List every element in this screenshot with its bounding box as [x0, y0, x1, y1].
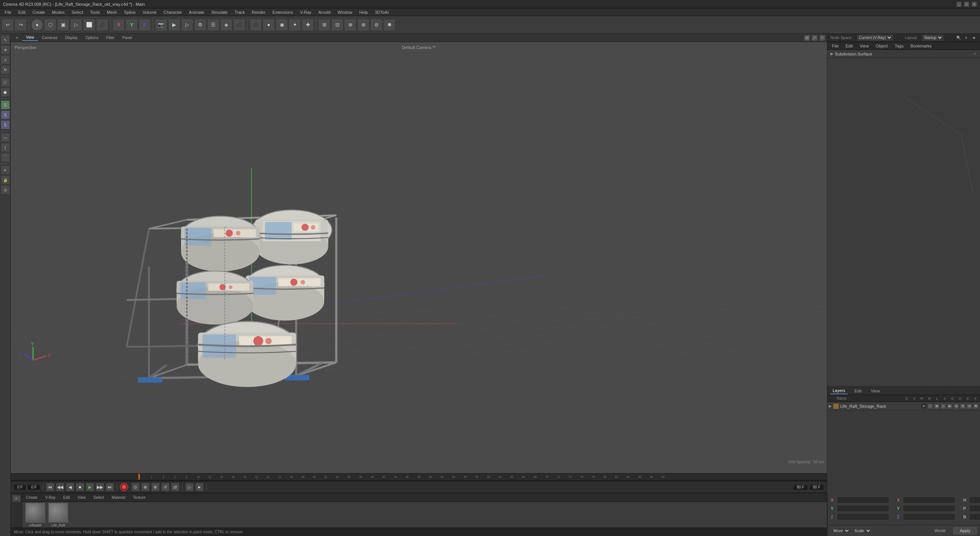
toolbar-model-btn[interactable]: ●: [31, 19, 43, 31]
toolbar-extra-btn[interactable]: ⬛: [96, 19, 108, 31]
toolbar-add-btn[interactable]: ✚: [302, 19, 314, 31]
apply-button[interactable]: Apply: [953, 527, 977, 534]
layers-tab-edit[interactable]: Edit: [852, 388, 864, 394]
timeline-ruler[interactable]: 0 2 4 6 8 10 12 14: [11, 473, 827, 481]
menu-help[interactable]: Help: [356, 8, 371, 16]
menu-file[interactable]: File: [2, 8, 15, 16]
transport-motion[interactable]: ⊗: [151, 483, 160, 491]
title-bar-controls[interactable]: _ □ ×: [956, 2, 977, 7]
tool-mograph[interactable]: |: [1, 143, 10, 152]
transport-go-end[interactable]: ⏭: [106, 483, 114, 491]
coord-z-input[interactable]: [837, 513, 889, 520]
toolbar-sphere-btn[interactable]: ●: [263, 19, 275, 31]
toolbar-cube-btn[interactable]: ⬛: [250, 19, 262, 31]
coord-rx-input[interactable]: [903, 497, 956, 503]
toolbar-mesh-btn[interactable]: ⬡: [44, 19, 56, 31]
subdiv-check[interactable]: ✓: [973, 51, 977, 56]
menu-window[interactable]: Window: [334, 8, 355, 16]
move-select[interactable]: Move: [831, 527, 850, 534]
toolbar-anim-btn[interactable]: ▷: [70, 19, 82, 31]
coord-p-input[interactable]: [969, 505, 980, 512]
tool-rubberband[interactable]: ⬡: [1, 78, 10, 87]
toolbar-bp-btn[interactable]: ⬜: [83, 19, 95, 31]
close-button[interactable]: ×: [972, 2, 977, 7]
menu-select[interactable]: Select: [69, 8, 87, 16]
scale-select[interactable]: Scale: [852, 527, 872, 534]
tool-instance[interactable]: S: [1, 120, 10, 129]
layer-icon-eye[interactable]: ●: [921, 404, 926, 409]
node-space-select[interactable]: Current (V-Ray): [857, 35, 893, 41]
transport-auto-key[interactable]: ⊕: [141, 483, 150, 491]
tool-path[interactable]: —: [1, 133, 10, 142]
coord-ry-input[interactable]: [903, 505, 956, 512]
layer-row-life-raft[interactable]: ▶ Life_Raft_Storage_Rack ● □ ◉ ▷ ▶ ◈ ⊕ ⊗…: [827, 402, 980, 410]
rp-menu-bookmarks[interactable]: Bookmarks: [907, 43, 934, 49]
coord-b-input[interactable]: [969, 513, 980, 520]
tool-move[interactable]: ✛: [1, 45, 10, 54]
transport-preview[interactable]: ▷: [185, 483, 194, 491]
toolbar-undo-btn[interactable]: ↩: [2, 19, 14, 31]
viewport-tab-display[interactable]: Display: [61, 35, 82, 41]
menu-animate[interactable]: Animate: [186, 8, 207, 16]
tool-misc[interactable]: ⊙: [1, 185, 10, 194]
coord-x-input[interactable]: [837, 497, 889, 503]
transport-play[interactable]: ▶: [86, 483, 94, 491]
coord-y-input[interactable]: [837, 505, 889, 512]
toolbar-wp-btn[interactable]: ⊟: [331, 19, 343, 31]
menu-mesh[interactable]: Mesh: [104, 8, 120, 16]
transport-record-btn[interactable]: [120, 483, 128, 491]
toolbar-teampbr-btn[interactable]: ◈: [220, 19, 232, 31]
toolbar-z-btn[interactable]: Z: [139, 19, 151, 31]
menu-render[interactable]: Render: [249, 8, 269, 16]
toolbar-rendersett-btn[interactable]: ⚙: [194, 19, 206, 31]
right-panel-node-editor[interactable]: [827, 58, 980, 386]
toolbar-cam2-btn[interactable]: ◉: [276, 19, 288, 31]
tool-rotate[interactable]: ↻: [1, 65, 10, 74]
layer-icon-2[interactable]: ◈: [954, 404, 959, 409]
rp-menu-tags[interactable]: Tags: [892, 43, 906, 49]
layer-icon-1[interactable]: ▶: [947, 404, 952, 409]
tool-scale[interactable]: ⤢: [1, 55, 10, 64]
tool-layer[interactable]: ≡: [1, 165, 10, 175]
rp-menu-object[interactable]: Object: [872, 43, 891, 49]
menu-extensions[interactable]: Extensions: [270, 8, 296, 16]
toolbar-rendervp-btn[interactable]: ▷: [181, 19, 193, 31]
content-tab-material[interactable]: Material: [109, 495, 128, 500]
layer-icon-cam[interactable]: □: [928, 404, 933, 409]
toolbar-render-btn[interactable]: ▶: [168, 19, 180, 31]
menu-create[interactable]: Create: [29, 8, 48, 16]
toolbar-redo-btn[interactable]: ↪: [15, 19, 27, 31]
layer-icon-3[interactable]: ⊕: [960, 404, 965, 409]
menu-vray[interactable]: V-Ray: [297, 8, 315, 16]
viewport-tab-options[interactable]: Options: [82, 35, 102, 41]
viewport-tab-panel[interactable]: Panel: [118, 35, 136, 41]
toolbar-cam-btn[interactable]: 📷: [155, 19, 167, 31]
bookmark-icon[interactable]: ★: [971, 35, 977, 41]
transport-prev-frame[interactable]: ◀◀: [56, 483, 64, 491]
coord-h-input[interactable]: [969, 497, 980, 503]
transport-render-anim[interactable]: ►: [195, 483, 204, 491]
toolbar-axis-btn[interactable]: ⊕: [344, 19, 356, 31]
toolbar-extras-btn[interactable]: ⊘: [370, 19, 382, 31]
menu-character[interactable]: Character: [160, 8, 185, 16]
menu-volume[interactable]: Volume: [140, 8, 160, 16]
layer-expand-icon[interactable]: ▶: [829, 404, 833, 408]
transport-go-start[interactable]: ⏮: [46, 483, 54, 491]
tool-tweak[interactable]: ⬢: [1, 88, 10, 97]
layers-tab-view[interactable]: View: [869, 388, 882, 394]
viewport-canvas[interactable]: Perspective Default Camera **: [11, 42, 827, 473]
layer-icon-4[interactable]: ⊗: [967, 404, 972, 409]
menu-edit[interactable]: Edit: [15, 8, 29, 16]
viewport-tab-filter[interactable]: Filter: [102, 35, 118, 41]
viewport-tab-menu[interactable]: ≡: [12, 35, 22, 41]
viewport-layout-btn[interactable]: ⊞: [804, 35, 810, 41]
material-thumb-1[interactable]: inflatabl: [25, 503, 45, 527]
toolbar-y-btn[interactable]: Y: [126, 19, 138, 31]
viewport-close-btn[interactable]: ×: [819, 35, 825, 41]
tool-sds[interactable]: S: [1, 100, 10, 109]
transport-keyframe-btn[interactable]: ⊙: [131, 483, 140, 491]
tool-group[interactable]: 🔒: [1, 175, 10, 185]
filter-icon[interactable]: ≡: [963, 35, 969, 41]
world-button[interactable]: World: [929, 527, 951, 534]
content-tab-select[interactable]: Select: [91, 495, 106, 500]
